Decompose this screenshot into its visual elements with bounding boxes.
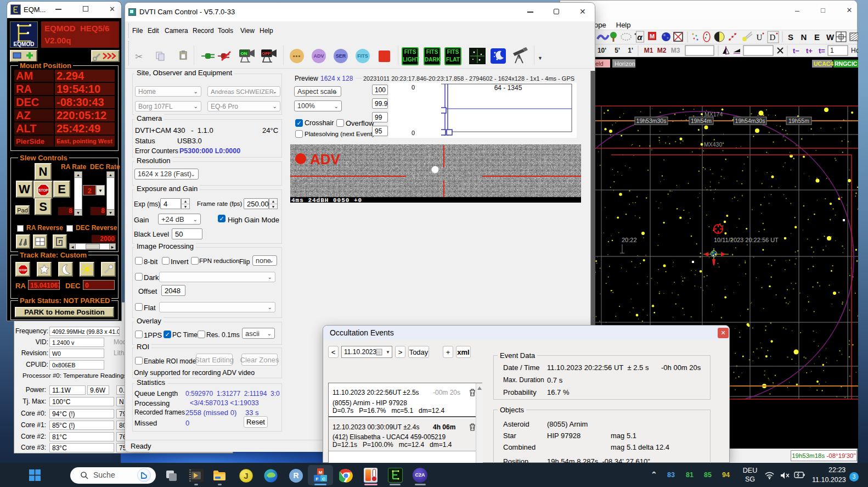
svg-text:U: U	[757, 33, 763, 42]
svg-text:C: C	[322, 477, 325, 482]
svg-text:MX174: MX174	[704, 111, 723, 117]
svg-text:STOP: STOP	[38, 188, 48, 192]
svg-text:D: D	[770, 33, 776, 42]
svg-text:α: α	[637, 32, 642, 42]
svg-text:MX430: MX430	[704, 141, 722, 148]
svg-text:M2: M2	[657, 47, 667, 54]
svg-text:M: M	[650, 33, 655, 40]
svg-text:5': 5'	[615, 47, 620, 54]
svg-text:19h55m: 19h55m	[788, 117, 809, 124]
svg-text:M1: M1	[644, 47, 653, 54]
svg-text:1': 1'	[628, 47, 633, 54]
svg-text:t+: t+	[806, 47, 813, 55]
svg-text:E: E	[814, 32, 820, 42]
svg-text:64 - 1345: 64 - 1345	[494, 84, 522, 92]
svg-text:19h54m30s: 19h54m30s	[735, 117, 765, 124]
svg-text:OFF: OFF	[262, 51, 270, 56]
svg-text:Ho: Ho	[851, 47, 858, 54]
svg-text:4ms 24dBH 0050 +0: 4ms 24dBH 0050 +0	[291, 197, 362, 203]
svg-text:ADV: ADV	[310, 151, 341, 167]
svg-text:S: S	[788, 32, 793, 42]
svg-text:t−: t−	[793, 47, 799, 55]
svg-text:F: F	[316, 477, 319, 482]
svg-text:eld: eld	[595, 60, 604, 67]
svg-text:N: N	[801, 32, 807, 42]
svg-text:10': 10'	[598, 47, 606, 54]
svg-text:1: 1	[830, 47, 834, 54]
svg-text:M: M	[319, 470, 323, 475]
svg-text:10/11/2023 20:22:56 UT: 10/11/2023 20:22:56 UT	[714, 237, 779, 243]
svg-text:STOP: STOP	[19, 268, 27, 271]
svg-text:ON: ON	[241, 51, 247, 56]
svg-text:W: W	[826, 32, 835, 42]
svg-text:t=: t=	[819, 47, 825, 55]
svg-text:Horizon: Horizon	[615, 60, 635, 67]
svg-text:19h54m: 19h54m	[691, 117, 712, 124]
svg-text:RNGCIC: RNGCIC	[835, 60, 858, 67]
svg-text:UCAC4: UCAC4	[814, 60, 833, 67]
svg-text:19h53m30s: 19h53m30s	[636, 117, 667, 124]
svg-text:M3: M3	[671, 47, 680, 54]
svg-text:20:22: 20:22	[622, 237, 637, 243]
